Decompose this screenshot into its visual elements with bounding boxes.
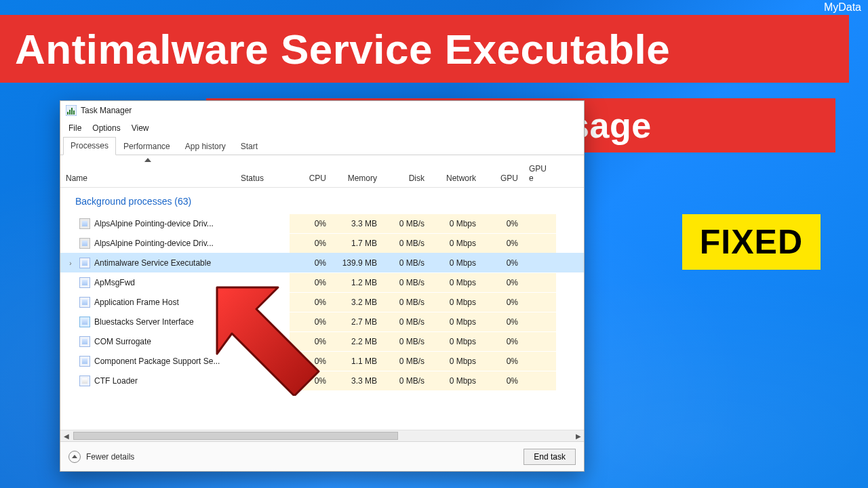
group-background-processes: Background processes (63) [60,188,584,214]
process-icon [79,238,90,249]
col-gpu-engine[interactable]: GPU e [524,155,556,187]
process-icon [79,375,90,386]
cell-memory: 2.2 MB [332,332,382,351]
cell-network: 0 Mbps [430,371,481,390]
menu-view[interactable]: View [126,121,155,135]
table-row[interactable]: ›Antimalware Service Executable0%139.9 M… [60,253,584,272]
cell-status [235,273,290,292]
table-row[interactable]: Bluestacks Server Interface0%2.7 MB0 MB/… [60,312,584,331]
col-cpu[interactable]: CPU [290,155,332,187]
cell-gpu: 0% [481,214,524,233]
cell-gpu-engine [524,293,556,312]
cell-network: 0 Mbps [430,312,481,331]
fixed-badge: FIXED [682,214,821,270]
table-row[interactable]: AlpsAlpine Pointing-device Driv...0%3.3 … [60,214,584,233]
col-name-label: Name [66,174,87,183]
tab-performance[interactable]: Performance [116,138,178,155]
scrollbar-thumb[interactable] [73,432,398,440]
process-icon [79,356,90,367]
cell-gpu: 0% [481,293,524,312]
col-cpu-label: CPU [309,174,326,183]
cell-name: ›Antimalware Service Executable [60,253,235,272]
process-name: AlpsAlpine Pointing-device Driv... [94,219,214,228]
table-row[interactable]: Application Frame Host0%3.2 MB0 MB/s0 Mb… [60,292,584,312]
scroll-left-icon[interactable]: ◀ [60,430,72,442]
expand-icon[interactable]: › [66,260,75,267]
cell-network: 0 Mbps [430,273,481,292]
col-disk[interactable]: Disk [382,155,430,187]
cell-gpu-engine [524,273,556,292]
cell-gpu-engine [524,312,556,331]
cell-disk: 0 MB/s [382,253,430,272]
process-name: COM Surrogate [94,337,151,346]
process-name: ApMsgFwd [94,278,135,287]
col-network[interactable]: Network [430,155,481,187]
process-name: Antimalware Service Executable [94,258,211,268]
cell-disk: 0 MB/s [382,371,430,390]
col-name[interactable]: Name [60,155,235,187]
cell-memory: 139.9 MB [332,253,382,272]
cell-cpu: 0% [290,253,332,272]
table-row[interactable]: CTF Loader0%3.3 MB0 MB/s0 Mbps0% [60,371,584,390]
cell-disk: 0 MB/s [382,332,430,351]
task-manager-window: Task Manager File Options View Processes… [60,100,585,472]
cell-gpu-engine [524,371,556,390]
cell-memory: 3.3 MB [332,214,382,233]
cell-status [235,312,290,331]
titlebar[interactable]: Task Manager [60,101,584,120]
cell-memory: 1.1 MB [332,352,382,371]
end-task-button[interactable]: End task [524,449,576,465]
cell-memory: 3.2 MB [332,293,382,312]
cell-status [235,371,290,390]
process-name: CTF Loader [94,376,138,386]
table-row[interactable]: AlpsAlpine Pointing-device Driv...0%1.7 … [60,233,584,253]
cell-cpu: 0% [290,234,332,253]
col-memory[interactable]: Memory [332,155,382,187]
cell-cpu: 0% [290,332,332,351]
cell-network: 0 Mbps [430,253,481,272]
cell-disk: 0 MB/s [382,234,430,253]
cell-gpu: 0% [481,273,524,292]
cell-gpu: 0% [481,234,524,253]
cell-disk: 0 MB/s [382,273,430,292]
fewer-details-label: Fewer details [86,452,134,462]
table-row[interactable]: COM Surrogate0%2.2 MB0 MB/s0 Mbps0% [60,331,584,351]
cell-memory: 2.7 MB [332,312,382,331]
cell-name: Application Frame Host [60,293,235,312]
cell-gpu-engine [524,234,556,253]
brand-label: MyData [821,0,864,15]
tab-bar: Processes Performance App history Start [60,136,584,155]
col-status-label: Status [241,174,264,183]
footer: Fewer details End task [60,441,584,471]
svg-rect-3 [71,108,73,115]
col-gpu-label: GPU [500,174,518,183]
cell-cpu: 0% [290,293,332,312]
cell-name: ApMsgFwd [60,273,235,292]
svg-rect-4 [73,110,75,115]
horizontal-scrollbar[interactable]: ◀ ▶ [60,430,584,441]
col-gpu[interactable]: GPU [481,155,524,187]
col-status[interactable]: Status [235,155,290,187]
table-row[interactable]: Component Package Support Se...0%1.1 MB0… [60,351,584,371]
cell-status [235,214,290,233]
tab-startup[interactable]: Start [233,138,265,155]
process-icon [79,297,90,308]
cell-gpu-engine [524,332,556,351]
process-icon [79,317,90,327]
tab-processes[interactable]: Processes [63,137,116,155]
cell-name: COM Surrogate [60,332,235,351]
table-row[interactable]: ApMsgFwd0%1.2 MB0 MB/s0 Mbps0% [60,272,584,292]
cell-network: 0 Mbps [430,352,481,371]
cell-cpu: 0% [290,371,332,390]
scroll-right-icon[interactable]: ▶ [572,430,584,442]
cell-network: 0 Mbps [430,234,481,253]
menu-file[interactable]: File [63,121,87,135]
tab-app-history[interactable]: App history [178,138,233,155]
cell-disk: 0 MB/s [382,352,430,371]
cell-name: AlpsAlpine Pointing-device Driv... [60,214,235,233]
task-manager-icon [66,105,77,116]
fewer-details-toggle[interactable]: Fewer details [68,451,134,463]
menu-options[interactable]: Options [87,121,125,135]
cell-cpu: 0% [290,312,332,331]
svg-rect-2 [69,110,71,115]
